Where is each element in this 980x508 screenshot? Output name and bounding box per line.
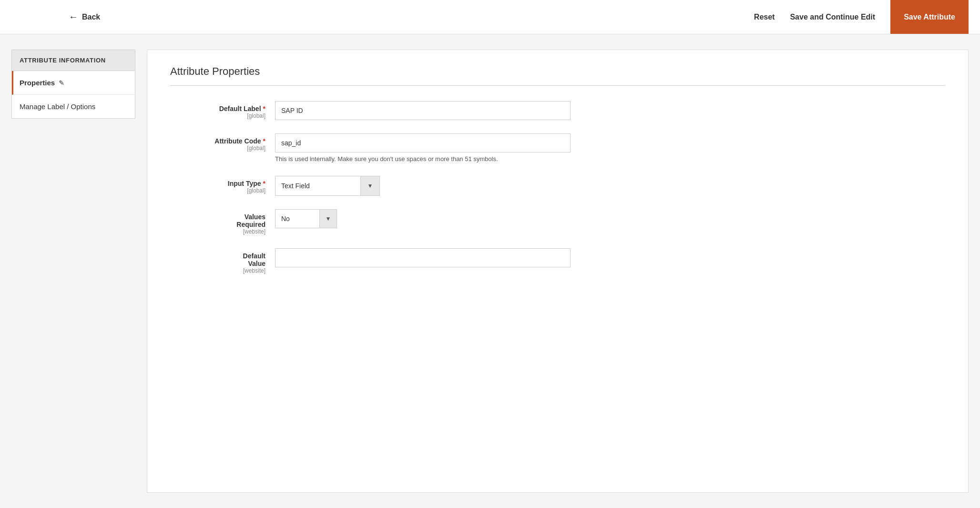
attribute-code-input[interactable] (275, 133, 571, 152)
default-label-scope: [global] (170, 112, 265, 119)
sidebar-section-title: ATTRIBUTE INFORMATION (11, 50, 135, 71)
values-required-dropdown-arrow[interactable]: ▼ (319, 210, 337, 228)
save-continue-button[interactable]: Save and Continue Edit (790, 13, 875, 21)
control-col-input-type: Text Field ▼ (275, 176, 945, 196)
control-col-default-value (275, 248, 945, 267)
form-row-input-type: Input Type* [global] Text Field ▼ (170, 176, 945, 196)
input-type-value: Text Field (276, 178, 360, 193)
values-required-select[interactable]: No ▼ (275, 209, 337, 228)
required-star-3: * (263, 180, 265, 187)
label-col-default-value: DefaultValue [website] (170, 248, 275, 274)
properties-label: Properties (20, 79, 55, 87)
default-value-text: DefaultValue (170, 252, 265, 267)
attribute-code-hint: This is used internally. Make sure you d… (275, 155, 551, 163)
form-row-attribute-code: Attribute Code* [global] This is used in… (170, 133, 945, 163)
label-col-values-required: ValuesRequired [website] (170, 209, 275, 235)
back-button[interactable]: ← Back (69, 11, 100, 22)
input-type-scope: [global] (170, 187, 265, 194)
form-row-default-value: DefaultValue [website] (170, 248, 945, 274)
toolbar: ← Back Reset Save and Continue Edit Save… (0, 0, 980, 34)
section-title: Attribute Properties (170, 65, 945, 78)
default-value-input[interactable] (275, 248, 571, 267)
label-col-attribute-code: Attribute Code* [global] (170, 133, 275, 152)
sidebar-nav: Properties ✎ Manage Label / Options (11, 71, 135, 119)
back-label: Back (82, 13, 100, 21)
values-required-scope: [website] (170, 228, 265, 235)
manage-label-options-label: Manage Label / Options (20, 102, 95, 111)
input-type-select[interactable]: Text Field ▼ (275, 176, 380, 196)
default-label-input[interactable] (275, 101, 571, 120)
label-col-default-label: Default Label* [global] (170, 101, 275, 119)
sidebar: ATTRIBUTE INFORMATION Properties ✎ Manag… (11, 50, 135, 493)
default-value-scope: [website] (170, 267, 265, 274)
input-type-text: Input Type* (170, 180, 265, 187)
content-area: Attribute Properties Default Label* [glo… (147, 50, 969, 493)
values-required-text: ValuesRequired (170, 213, 265, 228)
attribute-code-scope: [global] (170, 145, 265, 152)
input-type-dropdown-arrow[interactable]: ▼ (360, 176, 379, 195)
section-divider (170, 85, 945, 86)
form-row-default-label: Default Label* [global] (170, 101, 945, 120)
default-label-text: Default Label* (170, 105, 265, 112)
main-layout: ATTRIBUTE INFORMATION Properties ✎ Manag… (0, 34, 980, 508)
edit-icon: ✎ (59, 79, 64, 87)
required-star-2: * (263, 137, 265, 145)
control-col-default-label (275, 101, 945, 120)
attribute-code-text: Attribute Code* (170, 137, 265, 145)
save-attribute-button[interactable]: Save Attribute (890, 0, 969, 34)
sidebar-item-manage-label-options[interactable]: Manage Label / Options (12, 95, 135, 118)
form-row-values-required: ValuesRequired [website] No ▼ (170, 209, 945, 235)
control-col-values-required: No ▼ (275, 209, 945, 228)
control-col-attribute-code: This is used internally. Make sure you d… (275, 133, 945, 163)
reset-button[interactable]: Reset (754, 13, 775, 21)
back-arrow-icon: ← (69, 11, 78, 22)
sidebar-item-properties[interactable]: Properties ✎ (12, 71, 135, 95)
values-required-value: No (276, 211, 319, 226)
label-col-input-type: Input Type* [global] (170, 176, 275, 194)
required-star: * (263, 105, 265, 112)
